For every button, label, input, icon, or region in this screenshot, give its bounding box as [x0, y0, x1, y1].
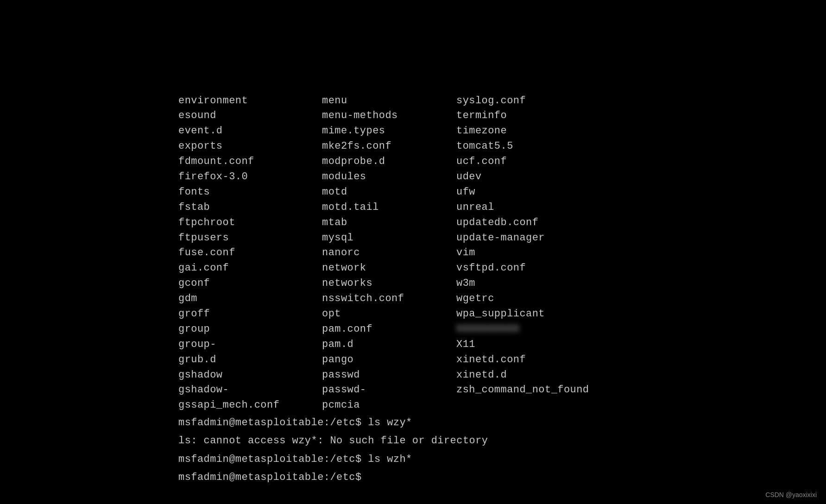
file-entry: group-: [178, 337, 322, 352]
file-entry: grub.d: [178, 353, 322, 367]
command-line: ls: cannot access wzy*: No such file or …: [178, 433, 817, 449]
file-entry: zsh_command_not_found: [456, 383, 600, 397]
col2: menumenu-methodsmime.typesmke2fs.confmod…: [322, 94, 456, 413]
file-entry: ucf.conf: [456, 154, 600, 169]
watermark: CSDN @yaoxixixi: [765, 491, 817, 498]
file-entry: gconf: [178, 276, 322, 291]
file-listing: environmentesoundevent.dexportsfdmount.c…: [178, 94, 817, 413]
file-entry: mke2fs.conf: [322, 139, 456, 154]
file-entry: event.d: [178, 124, 322, 139]
file-entry: gssapi_mech.conf: [178, 398, 322, 413]
file-entry: pam.conf: [322, 322, 456, 337]
file-entry: firefox-3.0: [178, 170, 322, 184]
file-entry: passwd: [322, 368, 456, 383]
file-entry: nsswitch.conf: [322, 291, 456, 306]
file-entry: motd.tail: [322, 200, 456, 215]
command-line: msfadmin@metasploitable:/etc$: [178, 469, 817, 485]
file-entry: fdmount.conf: [178, 154, 322, 169]
file-entry: mysql: [322, 231, 456, 246]
file-entry: gshadow: [178, 368, 322, 383]
file-entry: gdm: [178, 291, 322, 306]
file-entry: fonts: [178, 185, 322, 200]
file-entry: ftpchroot: [178, 215, 322, 230]
file-entry: modules: [322, 170, 456, 184]
file-entry: terminfo: [456, 108, 600, 123]
file-entry: motd: [322, 185, 456, 200]
file-entry: exports: [178, 139, 322, 154]
file-entry: group: [178, 322, 322, 337]
command-line: msfadmin@metasploitable:/etc$ ls wzh*: [178, 451, 817, 467]
file-entry: XXXXXXXXXX: [456, 322, 600, 337]
file-entry: pango: [322, 353, 456, 367]
file-entry: wpa_supplicant: [456, 307, 600, 321]
file-entry: ufw: [456, 185, 600, 200]
file-entry: xinetd.conf: [456, 353, 600, 367]
file-entry: w3m: [456, 276, 600, 291]
file-entry: menu: [322, 94, 456, 108]
terminal: environmentesoundevent.dexportsfdmount.c…: [0, 0, 826, 504]
file-entry: vsftpd.conf: [456, 261, 600, 276]
file-entry: mime.types: [322, 124, 456, 139]
file-entry: esound: [178, 108, 322, 123]
file-entry: mtab: [322, 215, 456, 230]
file-entry: updatedb.conf: [456, 215, 600, 230]
col3: syslog.confterminfotimezonetomcat5.5ucf.…: [456, 94, 600, 413]
file-entry: gai.conf: [178, 261, 322, 276]
file-entry: xinetd.d: [456, 368, 600, 383]
file-entry: X11: [456, 337, 600, 352]
file-entry: networks: [322, 276, 456, 291]
col1: environmentesoundevent.dexportsfdmount.c…: [178, 94, 322, 413]
content-area: environmentesoundevent.dexportsfdmount.c…: [0, 94, 826, 485]
file-entry: passwd-: [322, 383, 456, 397]
file-entry: pam.d: [322, 337, 456, 352]
file-entry: fstab: [178, 200, 322, 215]
file-entry: environment: [178, 94, 322, 108]
file-entry: tomcat5.5: [456, 139, 600, 154]
file-entry: gshadow-: [178, 383, 322, 397]
file-entry: timezone: [456, 124, 600, 139]
file-entry: syslog.conf: [456, 94, 600, 108]
file-entry: menu-methods: [322, 108, 456, 123]
file-entry: update-manager: [456, 231, 600, 246]
file-entry: network: [322, 261, 456, 276]
file-entry: groff: [178, 307, 322, 321]
file-entry: fuse.conf: [178, 246, 322, 260]
file-entry: opt: [322, 307, 456, 321]
file-entry: ftpusers: [178, 231, 322, 246]
file-entry: nanorc: [322, 246, 456, 260]
file-entry: modprobe.d: [322, 154, 456, 169]
command-line: msfadmin@metasploitable:/etc$ ls wzy*: [178, 415, 817, 431]
file-entry: udev: [456, 170, 600, 184]
file-entry: pcmcia: [322, 398, 456, 413]
file-entry: unreal: [456, 200, 600, 215]
file-entry: vim: [456, 246, 600, 260]
file-entry: wgetrc: [456, 291, 600, 306]
commands-area: msfadmin@metasploitable:/etc$ ls wzy*ls:…: [178, 415, 817, 485]
